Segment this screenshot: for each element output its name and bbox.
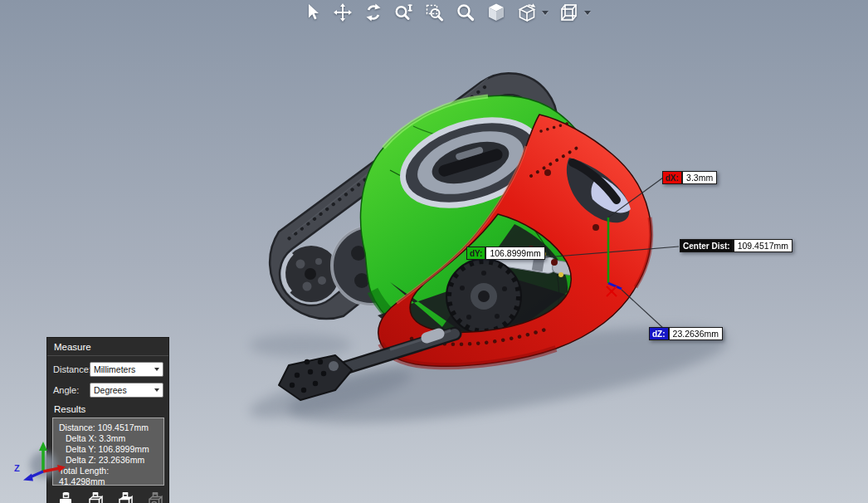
chevron-down-icon: [154, 368, 159, 371]
rear-wheel: [283, 246, 339, 302]
dy-annotation[interactable]: dY: 106.8999mm: [466, 247, 545, 260]
shaded-view-icon[interactable]: [486, 2, 506, 23]
z-axis-label: Z: [14, 463, 20, 473]
view-toolbar: [302, 2, 591, 23]
zoom-fit-icon[interactable]: [394, 2, 414, 23]
angle-unit-value: Degrees: [94, 385, 127, 395]
edrawings-window: { "window": {"width": 1046, "height": 60…: [0, 0, 868, 503]
chevron-down-icon: [154, 388, 159, 392]
dz-leader-line: [622, 290, 664, 329]
center-dist-value: 109.4517mm: [734, 239, 792, 252]
dz-annotation[interactable]: dZ: 23.2636mm: [649, 327, 723, 340]
zoom-icon[interactable]: [456, 2, 475, 23]
select-tool-icon[interactable]: [302, 2, 322, 23]
center-dist-annotation[interactable]: Center Dist: 109.4517mm: [680, 239, 792, 252]
view-orientation-dropdown-caret[interactable]: [584, 11, 591, 15]
dz-chip: dZ:: [649, 327, 669, 340]
measure-snapshot-icon: [147, 492, 164, 503]
measure-xyz-icon[interactable]: [117, 492, 134, 503]
results-title: Results: [47, 398, 168, 417]
dy-chip: dY:: [466, 247, 485, 260]
zoom-area-icon[interactable]: [425, 2, 445, 23]
angle-unit-select[interactable]: Degrees: [90, 383, 163, 398]
pan-tool-icon[interactable]: [333, 2, 353, 23]
dx-chip: dX:: [662, 171, 682, 184]
section-view-icon[interactable]: [517, 2, 537, 23]
measure-between-entities-icon[interactable]: [87, 492, 105, 503]
view-orientation-icon[interactable]: [559, 2, 579, 23]
section-view-dropdown-caret[interactable]: [542, 11, 549, 15]
axle-detail: [558, 272, 563, 277]
dx-annotation[interactable]: dX: 3.3mm: [662, 171, 717, 184]
center-dist-chip: Center Dist:: [680, 239, 734, 252]
dx-value: 3.3mm: [682, 171, 717, 184]
dz-value: 23.2636mm: [669, 327, 723, 340]
sprocket-wheel[interactable]: [446, 259, 521, 334]
arm-collar: [427, 334, 439, 338]
distance-unit-select[interactable]: Millimeters: [90, 362, 163, 377]
distance-label: Distance:: [53, 364, 90, 374]
distance-unit-value: Millimeters: [94, 364, 135, 374]
dy-value: 106.8999mm: [485, 247, 544, 260]
measure-panel-title: Measure: [47, 338, 168, 356]
rotate-tool-icon[interactable]: [363, 2, 383, 23]
angle-label: Angle:: [53, 385, 90, 395]
